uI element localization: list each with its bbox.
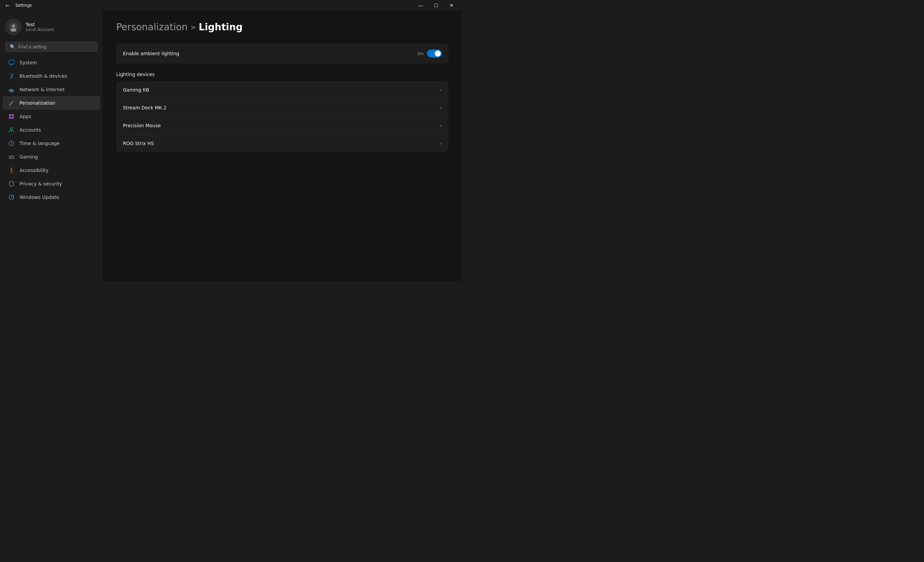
app-container: Test Local Account 🔍 System Bluetooth & … — [0, 11, 462, 281]
sidebar-item-label-apps: Apps — [20, 114, 32, 119]
breadcrumb: Personalization > Lighting — [116, 21, 448, 33]
svg-rect-4 — [10, 64, 13, 65]
sidebar-item-accessibility[interactable]: Accessibility — [3, 164, 100, 177]
sidebar-item-gaming[interactable]: Gaming — [3, 150, 100, 164]
apps-icon — [8, 113, 15, 120]
svg-point-21 — [11, 167, 12, 169]
sidebar-item-system[interactable]: System — [3, 56, 100, 69]
search-box[interactable]: 🔍 — [5, 42, 98, 52]
sidebar: Test Local Account 🔍 System Bluetooth & … — [0, 11, 103, 281]
sidebar-item-network[interactable]: Network & internet — [3, 83, 100, 96]
ambient-lighting-row: Enable ambient lighting On — [116, 43, 448, 64]
back-button[interactable]: ← — [3, 2, 12, 9]
close-button[interactable]: ✕ — [444, 0, 459, 11]
device-name: ROG Strix HS — [123, 140, 154, 146]
sidebar-item-label-bluetooth: Bluetooth & devices — [20, 73, 67, 79]
sidebar-item-label-time: Time & language — [20, 140, 60, 146]
accessibility-icon — [8, 167, 15, 173]
personalization-icon — [8, 100, 15, 106]
device-row[interactable]: Precision Mouse › — [116, 117, 448, 134]
lighting-devices-title: Lighting devices — [116, 72, 448, 77]
system-icon — [8, 59, 15, 66]
devices-list: Gaming KB › Stream Deck MK.2 › Precision… — [116, 81, 448, 152]
svg-rect-9 — [12, 114, 14, 116]
svg-point-20 — [13, 157, 14, 158]
sidebar-item-accounts[interactable]: Accounts — [3, 123, 100, 137]
svg-point-1 — [12, 24, 15, 28]
search-icon: 🔍 — [10, 44, 15, 49]
user-profile[interactable]: Test Local Account — [0, 16, 103, 42]
titlebar-left: ← Settings — [3, 2, 32, 9]
titlebar-title: Settings — [15, 3, 32, 8]
update-icon — [8, 194, 15, 200]
search-input[interactable] — [18, 44, 93, 49]
sidebar-item-apps[interactable]: Apps — [3, 110, 100, 123]
device-row[interactable]: Stream Deck MK.2 › — [116, 99, 448, 117]
sidebar-item-time[interactable]: Time & language — [3, 137, 100, 150]
svg-line-6 — [9, 102, 13, 105]
svg-rect-8 — [9, 114, 11, 116]
ambient-lighting-toggle[interactable] — [427, 49, 442, 58]
breadcrumb-parent[interactable]: Personalization — [116, 21, 188, 33]
sidebar-item-label-privacy: Privacy & security — [20, 181, 62, 187]
nav-list: System Bluetooth & devices Network & int… — [0, 56, 103, 204]
chevron-right-icon: › — [440, 123, 442, 128]
svg-point-5 — [11, 92, 12, 93]
sidebar-item-label-network: Network & internet — [20, 87, 64, 92]
sidebar-item-bluetooth[interactable]: Bluetooth & devices — [3, 69, 100, 83]
svg-line-15 — [12, 143, 12, 144]
chevron-right-icon: › — [440, 105, 442, 111]
device-name: Precision Mouse — [123, 123, 160, 128]
minimize-button[interactable]: — — [413, 0, 428, 11]
device-row[interactable]: ROG Strix HS › — [116, 134, 448, 152]
breadcrumb-separator: > — [190, 23, 196, 31]
titlebar: ← Settings — ☐ ✕ — [0, 0, 462, 11]
ambient-lighting-label: Enable ambient lighting — [123, 51, 179, 56]
toggle-state-label: On — [417, 51, 424, 56]
device-name: Stream Deck MK.2 — [123, 105, 166, 111]
user-info: Test Local Account — [26, 22, 54, 32]
time-icon — [8, 140, 15, 147]
sidebar-item-update[interactable]: Windows Update — [3, 190, 100, 204]
svg-line-7 — [9, 105, 10, 105]
bluetooth-icon — [8, 73, 15, 79]
gaming-icon — [8, 154, 15, 160]
user-name: Test — [26, 22, 54, 27]
lighting-devices-section: Lighting devices Gaming KB › Stream Deck… — [116, 72, 448, 152]
svg-rect-10 — [9, 117, 11, 119]
svg-rect-11 — [12, 117, 14, 119]
sidebar-item-privacy[interactable]: Privacy & security — [3, 177, 100, 190]
network-icon — [8, 86, 15, 93]
sidebar-item-personalization[interactable]: Personalization — [3, 96, 100, 110]
user-account: Local Account — [26, 27, 54, 32]
toggle-container: On — [417, 49, 442, 58]
privacy-icon — [8, 180, 15, 187]
svg-point-19 — [12, 157, 13, 157]
titlebar-controls: — ☐ ✕ — [413, 0, 459, 11]
sidebar-item-label-accessibility: Accessibility — [20, 167, 48, 173]
svg-rect-3 — [9, 60, 14, 64]
sidebar-item-label-update: Windows Update — [20, 194, 59, 200]
device-name: Gaming KB — [123, 87, 149, 93]
chevron-right-icon: › — [440, 140, 442, 146]
sidebar-item-label-personalization: Personalization — [20, 100, 55, 106]
accounts-icon — [8, 127, 15, 133]
svg-point-12 — [10, 128, 13, 130]
avatar — [5, 19, 21, 35]
maximize-button[interactable]: ☐ — [428, 0, 444, 11]
sidebar-item-label-accounts: Accounts — [20, 127, 41, 133]
chevron-right-icon: › — [440, 87, 442, 93]
breadcrumb-current: Lighting — [199, 21, 243, 33]
sidebar-item-label-system: System — [20, 60, 37, 65]
svg-line-24 — [12, 171, 12, 173]
sidebar-item-label-gaming: Gaming — [20, 154, 38, 160]
main-content: Personalization > Lighting Enable ambien… — [103, 11, 462, 281]
device-row[interactable]: Gaming KB › — [116, 81, 448, 99]
